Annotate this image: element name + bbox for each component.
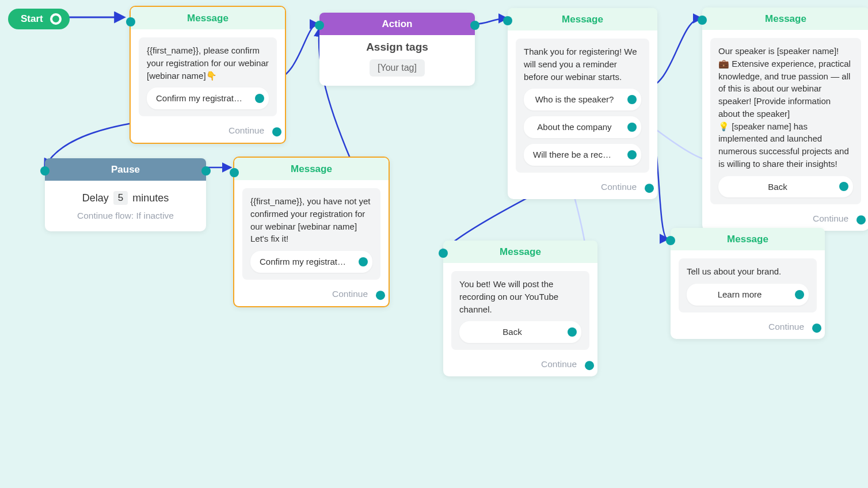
quick-reply-back[interactable]: Back [718,176,853,198]
quick-reply-learn-more[interactable]: Learn more [687,284,809,306]
node-header: Message [443,241,597,263]
start-node[interactable]: Start [8,9,70,29]
output-port[interactable] [359,257,368,266]
pause-node[interactable]: Pause Delay 5 minutes Continue flow: If … [45,158,206,231]
output-port[interactable] [201,166,211,176]
quick-reply-confirm[interactable]: Confirm my registration ... [250,251,372,273]
node-header: Message [702,7,868,30]
node-header: Message [131,7,285,29]
message-text: You bet! We will post the recording on o… [459,278,581,315]
input-port[interactable] [40,166,50,176]
message-text: Tell us about your brand. [687,265,809,278]
continue-label: Continue [332,289,368,299]
continue-branch[interactable]: Continue [443,356,593,376]
output-port[interactable] [272,127,281,136]
continue-label: Continue [813,214,848,223]
message-node-speaker[interactable]: Message Our speaker is [speaker name]! 💼… [702,7,868,231]
node-header: Message [234,158,389,180]
output-port[interactable] [376,291,385,300]
message-node-thanks[interactable]: Message Thank you for registering! We wi… [508,8,657,199]
output-port[interactable] [856,215,866,224]
output-port[interactable] [568,327,577,337]
tag-chip[interactable]: [Your tag] [370,59,425,77]
continue-label: Continue [601,182,637,192]
message-text: {{first_name}}, please confirm your regi… [147,44,269,82]
pause-condition: Continue flow: If inactive [51,211,200,221]
delay-value[interactable]: 5 [113,191,128,205]
quick-reply-company[interactable]: About the company [524,116,641,138]
output-port[interactable] [645,184,654,193]
quick-reply-label: About the company [537,122,611,132]
node-header: Message [671,228,825,250]
message-node-brand[interactable]: Message Tell us about your brand. Learn … [671,228,825,339]
node-header: Action [319,13,475,35]
quick-reply-label: Who is the speaker? [535,94,614,104]
quick-reply-recording[interactable]: Will there be a recording? [524,144,641,166]
action-node-assign-tags[interactable]: Action Assign tags [Your tag] [319,13,475,86]
output-port[interactable] [627,95,637,104]
continue-branch[interactable]: Continue [671,318,820,339]
continue-branch[interactable]: Continue [131,122,280,143]
message-text: {{first_name}}, you have not yet confirm… [250,195,372,245]
quick-reply-label: Back [768,182,787,192]
quick-reply-confirm[interactable]: Confirm my registration ... [147,87,269,109]
node-header: Message [508,8,657,30]
input-port[interactable] [230,168,239,177]
continue-label: Continue [768,322,804,331]
message-node-reminder[interactable]: Message {{first_name}}, you have not yet… [233,157,390,307]
message-node-recording[interactable]: Message You bet! We will post the record… [443,241,597,376]
output-port[interactable] [627,150,637,159]
quick-reply-label: Learn more [718,289,762,299]
quick-reply-label: Confirm my registration ... [156,93,255,103]
output-port[interactable] [812,323,821,333]
input-port[interactable] [698,16,707,25]
delay-unit: minutes [132,192,169,204]
delay-word: Delay [82,192,109,204]
continue-label: Continue [229,125,264,135]
node-header: Pause [45,158,206,181]
continue-branch[interactable]: Continue [508,178,653,199]
message-text: Our speaker is [speaker name]! 💼 Extensi… [718,45,853,170]
output-port[interactable] [627,123,637,132]
start-label: Start [21,13,43,25]
quick-reply-label: Back [502,327,521,337]
quick-reply-back[interactable]: Back [459,321,581,343]
output-port[interactable] [255,94,264,103]
output-port[interactable] [839,182,848,191]
quick-reply-speaker[interactable]: Who is the speaker? [524,89,641,110]
output-port[interactable] [585,361,594,370]
input-port[interactable] [439,249,448,258]
action-title: Assign tags [319,41,475,54]
input-port[interactable] [666,236,675,245]
output-port[interactable] [470,21,479,30]
continue-label: Continue [541,359,577,369]
start-output-port[interactable] [50,13,62,25]
quick-reply-label: Confirm my registration ... [260,257,359,266]
message-node-confirm[interactable]: Message {{first_name}}, please confirm y… [130,6,286,144]
quick-reply-label: Will there be a recording? [533,150,631,159]
input-port[interactable] [315,21,324,30]
input-port[interactable] [503,16,512,25]
input-port[interactable] [126,17,135,26]
continue-branch[interactable]: Continue [234,285,384,306]
output-port[interactable] [795,290,804,299]
message-text: Thank you for registering! We will send … [524,45,641,83]
